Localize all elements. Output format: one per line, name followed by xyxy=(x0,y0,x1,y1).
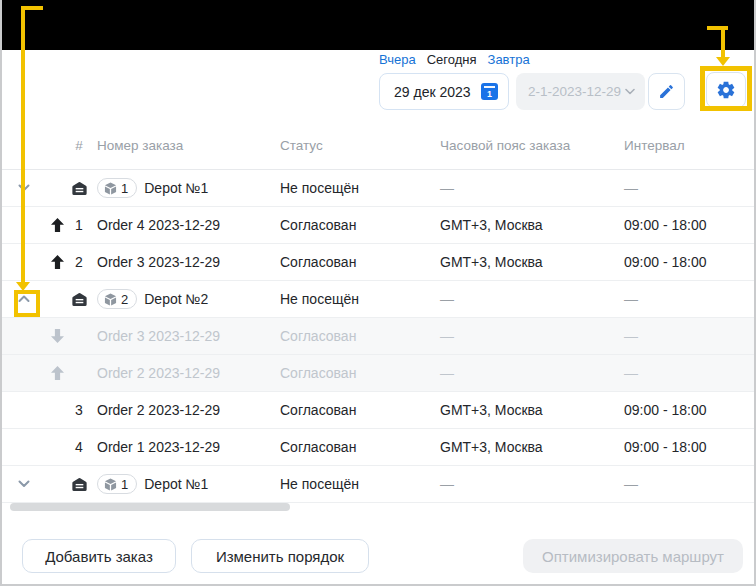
tomorrow-link[interactable]: Завтра xyxy=(488,52,530,67)
row-number-cell: 3 xyxy=(68,402,90,418)
settings-button[interactable] xyxy=(706,72,746,108)
status-cell: Согласован xyxy=(280,402,440,418)
annotation-arrowhead-right xyxy=(716,57,730,66)
depot-name: Depot №1 xyxy=(144,180,208,196)
col-header-interval: Интервал xyxy=(624,138,756,153)
expander-cell xyxy=(2,480,46,488)
orders-count-badge: 1 xyxy=(97,474,137,494)
interval-cell: — xyxy=(624,180,756,196)
status-cell: Согласован xyxy=(280,254,440,270)
orders-count-badge: 2 xyxy=(97,289,137,309)
timezone-cell: GMT+3, Москва xyxy=(440,217,624,233)
interval-cell: 09:00 - 18:00 xyxy=(624,439,756,455)
chevron-down-icon xyxy=(625,88,635,95)
status-cell: Согласован xyxy=(280,365,440,381)
status-cell: Согласован xyxy=(280,328,440,344)
package-cube-icon xyxy=(104,182,117,195)
timezone-cell: GMT+3, Москва xyxy=(440,439,624,455)
col-header-num: # xyxy=(68,138,90,153)
interval-cell: — xyxy=(624,476,756,492)
table-row[interactable]: 1 Order 4 2023-12-29 Согласован GMT+3, М… xyxy=(2,207,756,244)
table-header-row: # Номер заказа Статус Часовой пояс заказ… xyxy=(2,122,756,170)
date-value: 29 дек 2023 xyxy=(394,84,471,100)
table-row[interactable]: 4 Order 1 2023-12-29 Согласован GMT+3, М… xyxy=(2,429,756,466)
optimize-route-button[interactable]: Оптимизировать маршрут xyxy=(523,539,743,573)
depot-name: Depot №1 xyxy=(144,476,208,492)
move-up-icon[interactable] xyxy=(51,218,64,232)
order-name-cell: Order 3 2023-12-29 xyxy=(90,254,280,270)
status-cell: Не посещён xyxy=(280,476,440,492)
depot-icon xyxy=(71,476,88,493)
chevron-down-icon[interactable] xyxy=(18,480,30,488)
table-row[interactable]: 2Depot №2 Не посещён — — xyxy=(2,281,756,318)
move-arrow-cell xyxy=(46,255,68,269)
timezone-cell: — xyxy=(440,476,624,492)
col-header-order: Номер заказа xyxy=(90,138,280,153)
row-number-cell xyxy=(68,476,90,493)
order-name-cell: 1Depot №1 xyxy=(90,178,280,198)
row-number-cell: 2 xyxy=(68,254,90,270)
chevron-down-icon[interactable] xyxy=(18,184,30,192)
pencil-icon xyxy=(658,83,675,100)
order-name: Order 3 2023-12-29 xyxy=(97,254,220,270)
row-number-cell xyxy=(68,291,90,308)
order-name-cell: 2Depot №2 xyxy=(90,289,280,309)
order-name: Order 3 2023-12-29 xyxy=(97,328,220,344)
depot-icon xyxy=(71,291,88,308)
move-down-icon[interactable] xyxy=(51,329,64,343)
order-name-cell: Order 4 2023-12-29 xyxy=(90,217,280,233)
add-order-button[interactable]: Добавить заказ xyxy=(22,539,176,573)
calendar-icon[interactable]: 1 xyxy=(481,83,498,100)
chevron-up-icon[interactable] xyxy=(18,295,30,303)
row-number-cell xyxy=(68,180,90,197)
route-dropdown[interactable]: 2-1-2023-12-29 xyxy=(516,73,645,110)
table-row[interactable]: Order 2 2023-12-29 Согласован — — xyxy=(2,355,756,392)
table-row[interactable]: 2 Order 3 2023-12-29 Согласован GMT+3, М… xyxy=(2,244,756,281)
status-cell: Согласован xyxy=(280,217,440,233)
order-name-cell: 1Depot №1 xyxy=(90,474,280,494)
order-name: Order 2 2023-12-29 xyxy=(97,402,220,418)
order-name-cell: Order 2 2023-12-29 xyxy=(90,402,280,418)
order-name-cell: Order 3 2023-12-29 xyxy=(90,328,280,344)
today-link[interactable]: Сегодня xyxy=(427,52,477,67)
interval-cell: — xyxy=(624,328,756,344)
interval-cell: 09:00 - 18:00 xyxy=(624,402,756,418)
status-cell: Не посещён xyxy=(280,180,440,196)
timezone-cell: — xyxy=(440,291,624,307)
depot-icon xyxy=(71,180,88,197)
horizontal-scrollbar-thumb[interactable] xyxy=(10,503,290,511)
app-window: Вчера Сегодня Завтра 29 дек 2023 1 2-1-2… xyxy=(0,0,756,586)
timezone-cell: — xyxy=(440,365,624,381)
order-name: Order 2 2023-12-29 xyxy=(97,365,220,381)
move-up-icon[interactable] xyxy=(51,255,64,269)
route-dropdown-value: 2-1-2023-12-29 xyxy=(528,84,621,99)
row-number-cell: 1 xyxy=(68,217,90,233)
top-black-bar xyxy=(0,0,756,50)
interval-cell: — xyxy=(624,291,756,307)
edit-route-button[interactable] xyxy=(648,73,685,110)
timezone-cell: — xyxy=(440,328,624,344)
date-picker[interactable]: 29 дек 2023 1 xyxy=(379,73,509,110)
yesterday-link[interactable]: Вчера xyxy=(379,52,416,67)
package-cube-icon xyxy=(104,478,117,491)
orders-table: # Номер заказа Статус Часовой пояс заказ… xyxy=(2,122,756,503)
order-name-cell: Order 1 2023-12-29 xyxy=(90,439,280,455)
depot-name: Depot №2 xyxy=(144,291,208,307)
table-row[interactable]: 1Depot №1 Не посещён — — xyxy=(2,466,756,503)
row-number-cell: 4 xyxy=(68,439,90,455)
interval-cell: 09:00 - 18:00 xyxy=(624,254,756,270)
change-order-button[interactable]: Изменить порядок xyxy=(191,539,369,573)
timezone-cell: GMT+3, Москва xyxy=(440,402,624,418)
table-row[interactable]: 1Depot №1 Не посещён — — xyxy=(2,170,756,207)
move-up-icon[interactable] xyxy=(51,366,64,380)
order-name: Order 4 2023-12-29 xyxy=(97,217,220,233)
table-row[interactable]: Order 3 2023-12-29 Согласован — — xyxy=(2,318,756,355)
orders-count-badge: 1 xyxy=(97,178,137,198)
table-row[interactable]: 3 Order 2 2023-12-29 Согласован GMT+3, М… xyxy=(2,392,756,429)
timezone-cell: GMT+3, Москва xyxy=(440,254,624,270)
status-cell: Согласован xyxy=(280,439,440,455)
expander-cell xyxy=(2,184,46,192)
col-header-status: Статус xyxy=(280,138,440,153)
move-arrow-cell xyxy=(46,218,68,232)
interval-cell: 09:00 - 18:00 xyxy=(624,217,756,233)
